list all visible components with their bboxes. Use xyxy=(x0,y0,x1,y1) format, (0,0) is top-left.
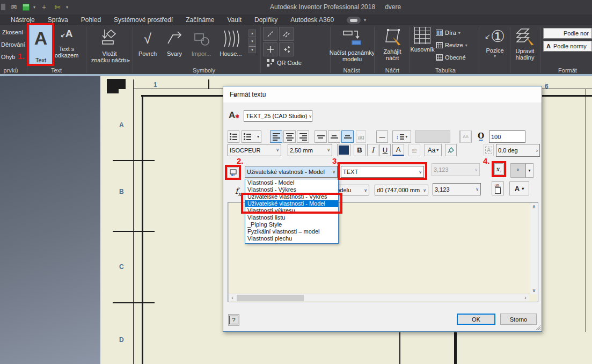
symbol-dash-button[interactable]: — xyxy=(376,130,388,143)
precision-select[interactable]: 3,123∨ xyxy=(433,183,481,195)
unit-degree-button[interactable]: ° xyxy=(510,163,525,178)
dropdown-item[interactable]: Fyzikální vlastnosti – model xyxy=(245,228,338,235)
help-button[interactable]: ? xyxy=(228,314,239,326)
valign-bottom-button[interactable] xyxy=(341,130,354,143)
cancel-button[interactable]: Storno xyxy=(500,314,537,325)
baseline-button[interactable]: ag xyxy=(356,130,366,143)
ribbon-tab[interactable]: Správa xyxy=(48,16,68,24)
scroll-up-button[interactable]: ▴ xyxy=(249,30,256,37)
bullet-list-button[interactable] xyxy=(228,130,239,143)
valign-top-button[interactable] xyxy=(315,130,327,143)
dropdown-item[interactable]: _Piping Style xyxy=(245,221,338,228)
property-select[interactable]: TEXT∨ xyxy=(341,166,424,178)
horizontal-scrollbar[interactable]: ‹ › xyxy=(229,294,529,301)
balloon-button[interactable]: ↙① Pozice ▾ xyxy=(482,27,508,59)
resize-grip[interactable] xyxy=(535,324,540,330)
qat-open-caret-icon[interactable]: ▾ xyxy=(33,5,35,10)
qr-code-button[interactable]: QR Code xyxy=(277,60,302,66)
dropdown-item[interactable]: Vlastnosti výkresu xyxy=(245,207,338,214)
rotation-select[interactable]: 0,0 deg› xyxy=(496,144,540,157)
house-symbol-button[interactable]: House... xyxy=(216,30,246,57)
scroll-down-icon[interactable]: ∨ xyxy=(530,287,538,294)
component-select-button[interactable] xyxy=(228,167,238,178)
ribbon-tab[interactable]: Začínáme xyxy=(186,16,214,24)
qat-overflow-caret-icon[interactable]: ▾ xyxy=(66,5,68,10)
layer-style-combo[interactable]: Podle nor xyxy=(543,28,592,39)
ribbon-item-ohyb[interactable]: Ohyb xyxy=(1,54,15,60)
text-style-combo[interactable]: A Podle normy xyxy=(543,41,592,52)
parts-list-button[interactable]: Kusovník xyxy=(410,27,435,53)
font-select[interactable]: ISOCPEUR∨ xyxy=(228,144,281,156)
sketch-symbol-caret-icon[interactable]: ▾ xyxy=(128,59,130,63)
stacked-fraction-button[interactable]: ab xyxy=(408,144,420,156)
dropdown-item[interactable]: Vlastnosti plechu xyxy=(245,235,338,242)
insert-property-button[interactable]: x↓ xyxy=(494,163,503,175)
dropdown-item[interactable]: Vlastnosti - Výkres xyxy=(245,186,338,193)
a360-cloud-icon[interactable] xyxy=(347,17,361,24)
underline-button[interactable]: U xyxy=(379,144,391,156)
qat-open-model-icon[interactable] xyxy=(23,4,30,11)
font-size-select[interactable]: 2,50 mm∨ xyxy=(288,144,332,156)
bold-button[interactable]: B xyxy=(354,144,366,156)
style-select[interactable]: TEXT_25 (CAD Studio)∨ xyxy=(244,110,312,122)
revision-table-button[interactable]: Revize ▾ xyxy=(436,42,467,48)
dialog-title-bar[interactable]: Formát textu × xyxy=(223,86,542,103)
insert-parameter-button[interactable]: d0↓ xyxy=(492,181,504,195)
width-factor-input[interactable]: 100 xyxy=(489,130,525,143)
general-table-button[interactable]: Obecné xyxy=(436,54,466,61)
edit-layers-button[interactable]: Upravit hladiny xyxy=(511,27,539,61)
property-type-select[interactable]: Uživatelské vlastnosti - Model∨ xyxy=(245,166,338,178)
qat-plus-icon[interactable]: ＋ xyxy=(39,3,49,11)
scroll-down-button[interactable]: ▾ xyxy=(249,38,256,45)
panel-expand-button[interactable]: ▾ xyxy=(249,46,256,53)
ribbon-tab[interactable]: Systémové prostředí xyxy=(114,16,173,24)
horizontal-scroll-thumb[interactable] xyxy=(237,295,304,301)
symbol-insert-button[interactable]: A▾ xyxy=(509,181,529,195)
hole-table-button[interactable]: Díra ▾ xyxy=(436,30,461,36)
valign-middle-button[interactable] xyxy=(328,130,340,143)
dropdown-item[interactable]: Uživatelské vlastnosti - Výkres xyxy=(245,193,338,200)
ribbon-item-zkoseni[interactable]: Zkosení xyxy=(2,29,23,35)
scroll-left-icon[interactable]: ‹ xyxy=(229,294,236,302)
close-icon[interactable]: × xyxy=(230,91,240,100)
numbered-list-button[interactable]: ▾ xyxy=(242,130,261,143)
align-left-button[interactable] xyxy=(270,130,282,143)
color-swatch-button[interactable] xyxy=(337,144,350,156)
surface-symbol-button[interactable]: √ Povrch xyxy=(135,30,160,57)
align-center-button[interactable] xyxy=(283,130,296,143)
background-fill-button[interactable] xyxy=(445,144,457,156)
retrieve-model-annotations-button[interactable]: Načíst poznámky modelu xyxy=(326,28,378,62)
text-with-leader-button[interactable]: ↙A Text s odkazem xyxy=(54,28,79,59)
ok-button[interactable]: OK xyxy=(457,314,495,325)
import-symbol-button[interactable]: Impor... xyxy=(189,30,214,57)
weld-symbol-button[interactable]: Svary xyxy=(162,30,187,57)
dropdown-item[interactable]: Vlastnosti - Model xyxy=(245,179,338,186)
hatch-button[interactable] xyxy=(279,27,294,41)
ribbon-tab[interactable]: Autodesk A360 xyxy=(290,16,334,24)
align-right-button[interactable] xyxy=(297,130,309,143)
line-spacing-button[interactable]: ↕ ▾ xyxy=(392,130,411,143)
centerline-button[interactable] xyxy=(263,27,277,41)
centermark-button[interactable] xyxy=(263,42,277,56)
parameter-select[interactable]: d0 (747,000 mm∨ xyxy=(375,185,428,195)
text-button[interactable]: A Text xyxy=(29,25,53,65)
a360-caret-icon[interactable]: ▾ xyxy=(364,18,366,23)
insert-sketch-symbol-button[interactable]: Vložit značku náčrtu xyxy=(87,28,131,63)
text-frame-button[interactable]: A xyxy=(484,144,494,156)
stretch-text-button[interactable]: AA xyxy=(459,130,472,143)
qat-mail-icon[interactable]: ✉ xyxy=(9,3,19,11)
vertical-scrollbar[interactable]: ∧ ∨ xyxy=(530,203,537,294)
case-button[interactable]: Aa ▾ xyxy=(425,144,442,156)
ribbon-tab[interactable]: Doplňky xyxy=(254,16,277,24)
points-button[interactable] xyxy=(279,42,294,56)
dropdown-item[interactable]: Uživatelské vlastnosti - Model xyxy=(245,200,338,207)
ribbon-tab[interactable]: Nástroje xyxy=(11,16,35,24)
scroll-right-icon[interactable]: › xyxy=(522,294,529,302)
font-color-button[interactable]: A xyxy=(392,144,404,156)
scroll-up-icon[interactable]: ∧ xyxy=(530,203,538,210)
italic-button[interactable]: I xyxy=(367,144,378,156)
ribbon-tab[interactable]: Pohled xyxy=(81,16,101,24)
ribbon-tab[interactable]: Vault xyxy=(228,16,242,24)
ribbon-item-derovani[interactable]: Děrování xyxy=(1,41,25,48)
unit-caret-button[interactable]: ▾ xyxy=(525,163,533,178)
